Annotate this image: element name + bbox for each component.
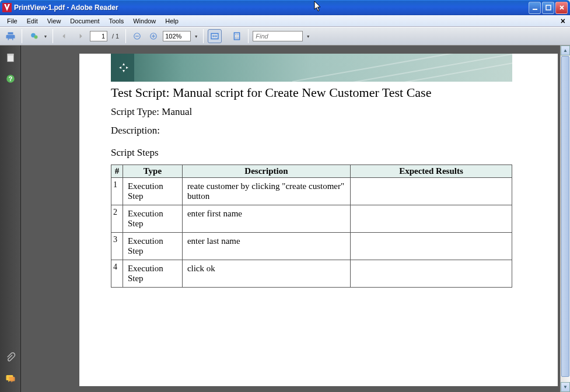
document-area[interactable]: Test Script: Manual script for Create Ne… [21,46,570,392]
col-type: Type [123,165,182,178]
cell-type: Execution Step [123,178,182,205]
svg-rect-12 [7,54,13,55]
script-title: Test Script: Manual script for Create Ne… [111,85,545,100]
workspace: ? Test Script: Manual script for Create … [0,46,570,392]
vertical-scrollbar[interactable]: ▲ ▼ [560,46,570,392]
menu-file[interactable]: File [2,16,22,26]
toolbar-separator [22,29,22,43]
menu-tools[interactable]: Tools [104,16,129,26]
col-num: # [111,165,123,178]
menu-view[interactable]: View [43,16,66,26]
menu-window[interactable]: Window [128,16,160,26]
cell-num: 1 [111,178,123,205]
svg-rect-10 [235,33,240,40]
document-banner [111,54,512,82]
script-type-value: Manual [162,106,192,117]
close-button[interactable] [555,2,568,14]
steps-table: # Type Description Expected Results 1Exe… [111,164,512,288]
toolbar-separator [125,29,126,43]
col-expected: Expected Results [350,165,512,178]
svg-rect-0 [533,9,537,10]
table-header-row: # Type Description Expected Results [111,165,512,178]
print-button[interactable] [4,29,18,43]
cell-num: 2 [111,205,123,233]
menubar: File Edit View Document Tools Window Hel… [0,15,570,27]
toolbar-separator [203,29,204,43]
attachments-icon[interactable] [4,351,17,364]
minimize-button[interactable] [529,2,541,14]
comments-icon[interactable] [4,372,17,385]
titlebar: PrintView-1.pdf - Adobe Reader [0,0,570,15]
window-title: PrintView-1.pdf - Adobe Reader [14,4,529,12]
find-input[interactable] [253,31,303,41]
window-controls [529,2,568,14]
fit-page-button[interactable] [230,29,244,43]
banner-logo-icon [117,61,131,75]
scroll-up-arrow[interactable]: ▲ [561,46,570,55]
toolbar: ▼ / 1 ▼ ▼ [0,27,570,46]
cell-description: reate customer by clicking "create custo… [182,178,350,205]
menu-help[interactable]: Help [160,16,183,26]
prev-page-button[interactable] [57,29,71,43]
svg-rect-5 [135,36,139,36]
svg-point-3 [34,36,38,39]
zoom-in-button[interactable] [146,29,160,43]
page-number-input[interactable] [90,31,107,41]
zoom-out-button[interactable] [130,29,144,43]
cell-num: 3 [111,233,123,260]
navigation-panel: ? [0,46,21,392]
script-type-label: Script Type: [111,106,159,117]
cell-description: enter last name [182,233,350,260]
cell-type: Execution Step [123,233,182,260]
pages-panel-icon[interactable] [4,51,17,64]
cell-expected [350,233,512,260]
cell-num: 4 [111,260,123,288]
collab-dropdown[interactable]: ▼ [43,34,48,38]
table-row: 3Execution Stepenter last name [111,233,512,260]
cell-description: click ok [182,260,350,288]
cell-description: enter first name [182,205,350,233]
svg-rect-8 [153,34,154,38]
toolbar-separator [248,29,249,43]
page-total-label: / 1 [110,33,121,40]
script-type-line: Script Type: Manual [111,106,545,118]
zoom-input[interactable] [163,31,191,41]
scroll-thumb[interactable] [561,56,569,377]
table-row: 1Execution Stepreate customer by clickin… [111,178,512,205]
collab-button[interactable] [26,29,40,43]
toolbar-separator [53,29,53,43]
pdf-page: Test Script: Manual script for Create Ne… [79,54,558,386]
menu-edit[interactable]: Edit [22,16,43,26]
steps-heading: Script Steps [111,147,545,159]
col-description: Description [182,165,350,178]
table-row: 4Execution Stepclick ok [111,260,512,288]
cell-type: Execution Step [123,260,182,288]
next-page-button[interactable] [74,29,88,43]
maximize-button[interactable] [542,2,554,14]
scroll-down-arrow[interactable]: ▼ [561,382,570,392]
fit-width-button[interactable] [208,29,222,43]
cell-expected [350,205,512,233]
help-icon[interactable]: ? [4,72,17,85]
table-row: 2Execution Stepenter first name [111,205,512,233]
menu-document[interactable]: Document [65,16,104,26]
cell-type: Execution Step [123,205,182,233]
document-content: Test Script: Manual script for Create Ne… [79,85,558,288]
find-dropdown[interactable]: ▼ [305,34,311,38]
cell-expected [350,178,512,205]
close-document-button[interactable]: × [558,16,568,26]
svg-rect-1 [546,5,551,10]
zoom-dropdown[interactable]: ▼ [193,34,199,38]
svg-text:?: ? [8,75,12,82]
cell-expected [350,260,512,288]
description-line: Description: [111,125,545,136]
description-label: Description: [111,125,160,136]
adobe-reader-icon [2,3,12,12]
